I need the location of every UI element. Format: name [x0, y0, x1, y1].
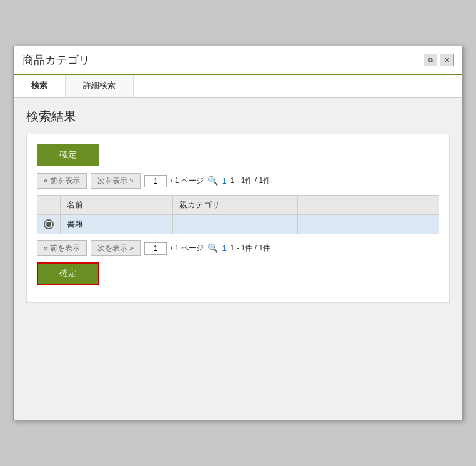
- col-header-radio: [37, 196, 61, 215]
- page-range-bottom: 1 - 1件 / 1件: [230, 243, 270, 254]
- tab-search[interactable]: 検索: [14, 75, 66, 97]
- page-count-link-bottom[interactable]: 1: [222, 244, 227, 253]
- content-area: 検索結果 確定 « 前を表示 次を表示 » / 1 ページ 🔍 1 1 - 1件…: [14, 98, 462, 313]
- pagination-top: « 前を表示 次を表示 » / 1 ページ 🔍 1 1 - 1件 / 1件: [37, 173, 439, 189]
- window-title: 商品カテゴリ: [22, 52, 90, 67]
- page-input-bottom[interactable]: [144, 242, 167, 255]
- section-title: 検索結果: [26, 108, 450, 125]
- confirm-button-bottom[interactable]: 確定: [37, 262, 99, 285]
- page-suffix-bottom: / 1 ページ: [171, 243, 204, 254]
- radio-cell[interactable]: [37, 215, 61, 234]
- next-button-bottom[interactable]: 次を表示 »: [91, 240, 141, 256]
- radio-button[interactable]: [44, 219, 54, 229]
- cell-parent: [173, 215, 298, 234]
- tab-bar: 検索 詳細検索: [14, 75, 462, 98]
- confirm-button-top[interactable]: 確定: [37, 144, 99, 166]
- close-button[interactable]: ✕: [440, 54, 454, 66]
- title-bar-buttons: ⧉ ✕: [424, 54, 454, 66]
- result-box: 確定 « 前を表示 次を表示 » / 1 ページ 🔍 1 1 - 1件 / 1件…: [26, 134, 450, 303]
- prev-button-top[interactable]: « 前を表示: [37, 173, 87, 189]
- page-input-top[interactable]: [144, 175, 167, 187]
- page-suffix-top: / 1 ページ: [171, 176, 204, 186]
- table-row[interactable]: 書籍: [37, 215, 439, 234]
- col-header-extra: [298, 196, 439, 215]
- data-table: 名前 親カテゴリ 書籍: [37, 195, 439, 234]
- col-header-name: 名前: [61, 196, 173, 215]
- page-range-top: 1 - 1件 / 1件: [230, 176, 270, 186]
- search-icon-bottom[interactable]: 🔍: [207, 243, 219, 254]
- tab-advanced-search[interactable]: 詳細検索: [66, 75, 134, 97]
- cell-extra: [298, 215, 439, 234]
- page-count-link-top[interactable]: 1: [222, 177, 227, 186]
- search-icon-top[interactable]: 🔍: [207, 176, 219, 187]
- main-window: 商品カテゴリ ⧉ ✕ 検索 詳細検索 検索結果 確定 « 前を表示 次を表示 »…: [13, 46, 463, 420]
- cell-name: 書籍: [61, 215, 173, 234]
- next-button-top[interactable]: 次を表示 »: [91, 173, 141, 189]
- prev-button-bottom[interactable]: « 前を表示: [37, 240, 87, 256]
- title-bar: 商品カテゴリ ⧉ ✕: [14, 46, 462, 75]
- pagination-bottom: « 前を表示 次を表示 » / 1 ページ 🔍 1 1 - 1件 / 1件: [37, 240, 439, 256]
- col-header-parent: 親カテゴリ: [173, 196, 298, 215]
- minimize-button[interactable]: ⧉: [424, 54, 437, 66]
